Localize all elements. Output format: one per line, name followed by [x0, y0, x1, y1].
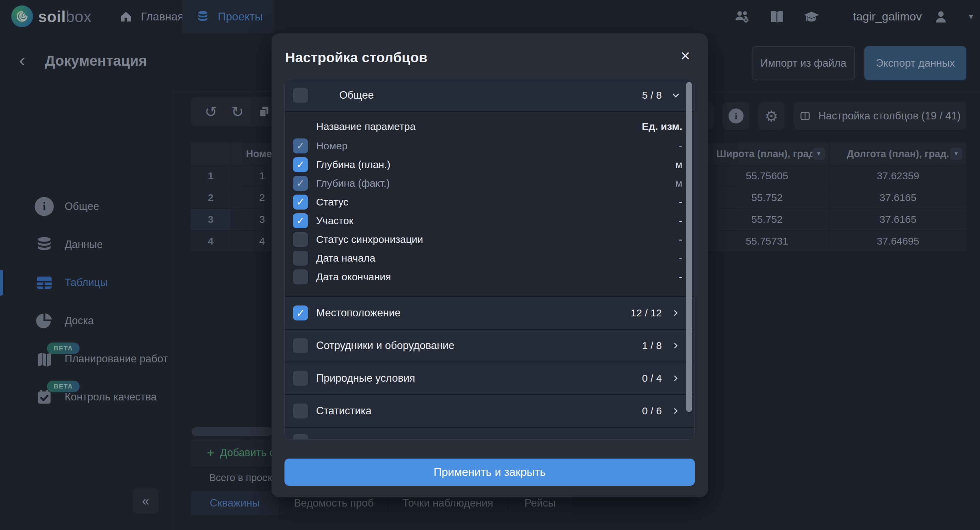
- checkbox-checked-icon[interactable]: ✓: [293, 157, 308, 172]
- modal-title: Настройка столбцов: [285, 50, 427, 66]
- param-name-header: Название параметра: [316, 121, 415, 132]
- column-settings-modal: Настройка столбцов × ✓ Общее 5 / 8 Назва…: [272, 33, 708, 497]
- param-row[interactable]: ✓Номер-: [285, 136, 695, 155]
- param-row[interactable]: ✓Статус-: [285, 192, 695, 211]
- param-row[interactable]: ✓Дата начала-: [285, 249, 695, 267]
- column-group-row[interactable]: ✓Местоположение12 / 12: [285, 297, 695, 330]
- group-checkbox[interactable]: ✓: [293, 403, 308, 419]
- param-label: Глубина (факт.): [316, 178, 390, 189]
- column-group-row[interactable]: ✓Сотрудники и оборудование1 / 8: [285, 330, 695, 362]
- group-label: Статистика: [316, 405, 372, 417]
- app-root: soilbox Главная Проекты: [0, 0, 980, 530]
- group-count: 1 / 8: [642, 340, 662, 351]
- modal-scrollbar[interactable]: [686, 82, 692, 412]
- group-checkbox[interactable]: ✓: [293, 371, 308, 386]
- column-group-row[interactable]: ✓Статистика0 / 6: [285, 395, 695, 428]
- group-params-general: Название параметра Ед. изм. ✓Номер-✓Глуб…: [285, 112, 695, 297]
- group-checkbox[interactable]: ✓: [293, 88, 308, 103]
- group-count: 5 / 8: [642, 89, 662, 101]
- checkbox-checked-icon[interactable]: ✓: [293, 213, 308, 228]
- checkbox-checked-icon[interactable]: ✓: [293, 176, 308, 191]
- group-count: 12 / 12: [630, 307, 662, 319]
- apply-and-close-button[interactable]: Применить и закрыть: [285, 459, 695, 486]
- group-checkbox[interactable]: [293, 434, 308, 440]
- param-label: Дата окончания: [316, 271, 391, 283]
- chevron-right-icon[interactable]: [671, 308, 681, 318]
- group-checkbox-checked[interactable]: ✓: [293, 305, 308, 321]
- param-label: Дата начала: [316, 252, 375, 264]
- param-unit-header: Ед. изм.: [642, 121, 682, 132]
- chevron-right-icon[interactable]: [671, 406, 681, 416]
- group-label: Природные условия: [316, 372, 415, 384]
- group-checkbox[interactable]: ✓: [293, 338, 308, 353]
- param-unit: -: [679, 215, 682, 227]
- chevron-right-icon[interactable]: [671, 341, 681, 351]
- group-label: Местоположение: [316, 307, 401, 319]
- column-groups-list: ✓ Общее 5 / 8 Название параметра Ед. изм…: [285, 79, 695, 440]
- param-label: Номер: [316, 140, 347, 152]
- param-label: Участок: [316, 215, 353, 227]
- column-group-row-partial[interactable]: [285, 428, 695, 440]
- checkbox-checked-icon[interactable]: ✓: [293, 195, 308, 209]
- checkbox-checked-icon[interactable]: ✓: [293, 138, 308, 154]
- param-row[interactable]: ✓Дата окончания-: [285, 267, 695, 286]
- checkbox-unchecked[interactable]: ✓: [293, 251, 308, 266]
- chevron-right-icon[interactable]: [671, 373, 681, 383]
- column-group-row-general[interactable]: ✓ Общее 5 / 8: [285, 79, 695, 112]
- param-unit: -: [679, 252, 682, 264]
- param-unit: -: [679, 271, 682, 283]
- param-label: Глубина (план.): [316, 159, 390, 170]
- close-icon[interactable]: ×: [675, 46, 695, 66]
- param-label: Статус: [316, 196, 348, 208]
- column-group-row[interactable]: ✓Природные условия0 / 4: [285, 362, 695, 395]
- param-unit: м: [675, 159, 682, 170]
- param-unit: -: [679, 196, 682, 208]
- param-row[interactable]: ✓Глубина (факт.)м: [285, 174, 695, 192]
- group-label: Сотрудники и оборудование: [316, 340, 454, 352]
- param-unit: -: [679, 234, 682, 245]
- group-label: Общее: [339, 89, 374, 102]
- params-header-row: Название параметра Ед. изм.: [285, 117, 695, 136]
- param-row[interactable]: ✓Глубина (план.)м: [285, 155, 695, 174]
- param-row[interactable]: ✓Статус синхронизации-: [285, 230, 695, 249]
- chevron-down-icon[interactable]: [671, 90, 681, 100]
- group-count: 0 / 4: [642, 373, 662, 384]
- checkbox-unchecked[interactable]: ✓: [293, 232, 308, 247]
- param-unit: м: [675, 178, 682, 189]
- param-row[interactable]: ✓Участок-: [285, 211, 695, 230]
- param-unit: -: [679, 140, 682, 152]
- group-count: 0 / 6: [642, 405, 662, 417]
- checkbox-unchecked[interactable]: ✓: [293, 270, 308, 284]
- param-label: Статус синхронизации: [316, 234, 423, 245]
